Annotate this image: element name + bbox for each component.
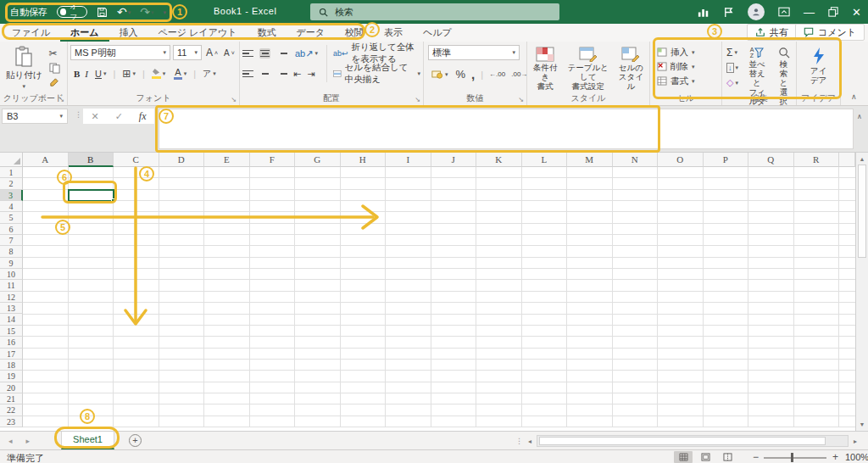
flag-icon[interactable] — [723, 7, 734, 18]
accounting-format-button[interactable]: ▾ — [430, 69, 450, 80]
scroll-down-icon[interactable]: ▼ — [856, 421, 868, 427]
chevron-down-icon[interactable]: ▾ — [59, 113, 63, 120]
increase-decimal-button[interactable]: ←.00 — [489, 70, 505, 78]
collapse-formula-bar-icon[interactable]: ∧ — [857, 113, 862, 120]
align-middle-button[interactable] — [259, 48, 270, 59]
dialog-launcher-icon[interactable]: ↘ — [231, 96, 236, 103]
search-input[interactable]: 検索 — [310, 3, 559, 20]
column-header-N[interactable]: N — [613, 153, 659, 167]
cut-button[interactable]: ✂ — [49, 47, 60, 59]
row-header-4[interactable]: 4 — [0, 201, 23, 212]
column-header-K[interactable]: K — [476, 153, 522, 167]
dialog-launcher-icon[interactable]: ↘ — [58, 96, 64, 103]
select-all-button[interactable] — [0, 153, 23, 167]
decrease-decimal-button[interactable]: .00→ — [511, 70, 527, 78]
scroll-up-icon[interactable]: ▲ — [856, 156, 868, 162]
column-header-H[interactable]: H — [341, 153, 387, 167]
font-size-combo[interactable]: 11▾ — [173, 45, 202, 60]
column-header-J[interactable]: J — [431, 153, 477, 167]
row-header-15[interactable]: 15 — [0, 326, 23, 337]
row-header-12[interactable]: 12 — [0, 292, 23, 303]
fill-color-button[interactable]: ▾ — [150, 67, 168, 80]
conditional-formatting-button[interactable]: 条件付き 書式 — [530, 45, 561, 93]
column-header-Q[interactable]: Q — [748, 153, 794, 167]
number-format-combo[interactable]: 標準▾ — [428, 45, 520, 60]
grow-font-button[interactable]: A˄ — [204, 46, 220, 59]
row-header-13[interactable]: 13 — [0, 303, 23, 314]
close-button[interactable]: ✕ — [852, 7, 861, 18]
column-header-C[interactable]: C — [114, 153, 159, 167]
row-header-16[interactable]: 16 — [0, 337, 23, 348]
row-header-10[interactable]: 10 — [0, 269, 23, 280]
scroll-right-icon[interactable]: ▸ — [850, 438, 860, 445]
zoom-in-button[interactable]: + — [832, 451, 838, 463]
column-header-E[interactable]: E — [204, 153, 250, 167]
horizontal-scrollbar[interactable]: ⋮ ◂ ▸ — [515, 435, 860, 447]
column-header-L[interactable]: L — [522, 153, 568, 167]
chart-icon[interactable] — [698, 7, 709, 18]
align-right-button[interactable] — [276, 70, 287, 78]
row-header-18[interactable]: 18 — [0, 360, 23, 371]
column-header-R[interactable]: R — [794, 153, 840, 167]
row-header-23[interactable]: 23 — [0, 416, 23, 427]
row-header-2[interactable]: 2 — [0, 178, 23, 189]
percent-style-button[interactable]: % — [456, 68, 466, 81]
zoom-slider-handle[interactable] — [791, 453, 793, 462]
column-header-B[interactable]: B — [69, 153, 114, 167]
name-box[interactable]: B3 ▾ — [2, 109, 68, 124]
dialog-launcher-icon[interactable]: ↘ — [518, 96, 524, 103]
align-bottom-button[interactable] — [276, 50, 287, 58]
align-left-button[interactable] — [242, 70, 253, 78]
align-top-button[interactable] — [242, 50, 253, 58]
row-header-14[interactable]: 14 — [0, 314, 23, 325]
row-header-22[interactable]: 22 — [0, 404, 23, 416]
column-header-M[interactable]: M — [567, 153, 613, 167]
column-header-P[interactable]: P — [704, 153, 749, 167]
drag-handle-icon[interactable]: ⋮ — [515, 437, 523, 445]
row-header-9[interactable]: 9 — [0, 258, 23, 269]
wrap-text-button[interactable]: ab↩ 折り返して全体を表示する — [333, 45, 420, 62]
cells-area[interactable] — [23, 167, 855, 427]
row-header-21[interactable]: 21 — [0, 393, 23, 404]
shrink-font-button[interactable]: A˅ — [222, 47, 236, 59]
cancel-button[interactable]: ✕ — [91, 111, 98, 122]
horizontal-scroll-thumb[interactable] — [539, 437, 826, 445]
comma-style-button[interactable]: , — [471, 67, 475, 81]
minimize-button[interactable]: — — [804, 7, 815, 18]
column-header-F[interactable]: F — [250, 153, 296, 167]
normal-view-button[interactable] — [674, 451, 693, 463]
borders-button[interactable]: ⊞▾ — [120, 67, 137, 81]
font-name-combo[interactable]: MS P明朝▾ — [70, 45, 170, 60]
italic-button[interactable]: I — [85, 69, 88, 79]
column-header-G[interactable]: G — [295, 153, 341, 167]
decrease-indent-button[interactable]: ⇤ — [293, 69, 301, 80]
zoom-slider-track[interactable] — [764, 457, 826, 459]
paste-button[interactable]: 貼り付け ▾ — [3, 45, 46, 91]
zoom-level[interactable]: 100% — [845, 452, 868, 462]
scroll-left-icon[interactable]: ◂ — [525, 438, 535, 445]
cell-styles-button[interactable]: セルの スタイル — [615, 45, 647, 93]
vertical-scrollbar[interactable]: ▲ ▼ — [855, 153, 868, 431]
page-layout-view-button[interactable] — [696, 451, 715, 463]
bold-button[interactable]: B — [74, 69, 80, 79]
row-header-11[interactable]: 11 — [0, 280, 23, 291]
row-header-7[interactable]: 7 — [0, 235, 23, 246]
next-sheet-icon[interactable]: ▸ — [26, 437, 31, 445]
zoom-out-button[interactable]: − — [753, 451, 759, 463]
column-header-D[interactable]: D — [159, 153, 205, 167]
column-header-O[interactable]: O — [658, 153, 704, 167]
prev-sheet-icon[interactable]: ◂ — [8, 437, 13, 445]
row-header-8[interactable]: 8 — [0, 246, 23, 257]
enter-button[interactable]: ✓ — [115, 111, 123, 122]
copy-button[interactable] — [49, 63, 60, 74]
vertical-scroll-thumb[interactable] — [858, 165, 866, 258]
row-header-17[interactable]: 17 — [0, 349, 23, 360]
tab-help[interactable]: ヘルプ — [413, 24, 462, 42]
restore-button[interactable] — [828, 7, 838, 17]
format-painter-button[interactable] — [49, 77, 60, 88]
column-header-A[interactable]: A — [23, 153, 69, 167]
increase-indent-button[interactable]: ⇥ — [307, 69, 314, 80]
row-header-1[interactable]: 1 — [0, 167, 23, 178]
row-header-3[interactable]: 3 — [0, 190, 23, 201]
orientation-button[interactable]: ab↗▾ — [293, 47, 320, 60]
